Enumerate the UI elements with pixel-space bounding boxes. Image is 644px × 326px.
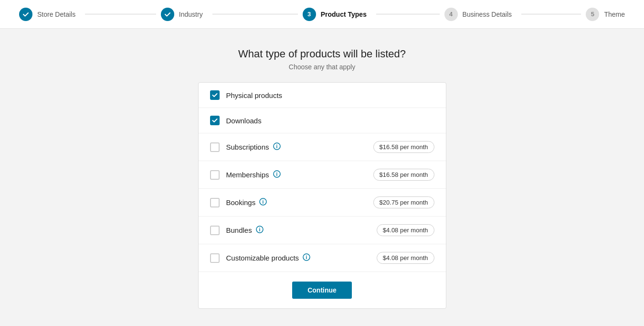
info-icon-bookings[interactable]: i [259,198,267,207]
price-badge-customizable: $4.08 per month [377,252,434,264]
checkbox-bundles[interactable] [210,226,220,235]
svg-text:i: i [276,144,277,149]
product-item-memberships[interactable]: Memberships i $16.58 per month [199,161,446,189]
step-icon-business-details: 4 [444,8,458,21]
product-types-card: Physical products DownloadsSubscriptions… [198,82,446,309]
product-item-bookings[interactable]: Bookings i $20.75 per month [199,189,446,217]
info-icon-memberships[interactable]: i [273,170,281,180]
checkbox-customizable[interactable] [210,253,220,263]
product-item-bundles[interactable]: Bundles i $4.08 per month [199,217,446,244]
info-icon-bundles[interactable]: i [256,226,264,235]
step-label-business-details: Business Details [463,11,512,18]
product-item-physical[interactable]: Physical products [199,83,446,108]
svg-text:i: i [276,172,277,177]
checkbox-downloads[interactable] [210,116,220,125]
step-theme[interactable]: 5Theme [586,8,625,21]
product-list: Physical products DownloadsSubscriptions… [199,83,446,272]
product-label-bookings: Bookings i [226,198,367,207]
product-label-customizable: Customizable products i [226,253,370,263]
stepper: Store Details Industry3Product Types4Bus… [0,0,644,29]
price-badge-bookings: $20.75 per month [373,196,434,208]
page-title: What type of products will be listed? [238,48,406,60]
continue-section: Continue [199,272,446,308]
checkbox-memberships[interactable] [210,170,220,180]
step-business-details[interactable]: 4Business Details [444,8,586,21]
checkbox-physical[interactable] [210,90,220,100]
step-label-theme: Theme [604,11,625,18]
product-label-subscriptions: Subscriptions i [226,142,367,152]
step-icon-product-types: 3 [303,8,316,21]
checkbox-subscriptions[interactable] [210,142,220,152]
continue-button[interactable]: Continue [292,282,352,299]
main-content: What type of products will be listed? Ch… [0,29,644,326]
step-product-types[interactable]: 3Product Types [303,8,444,21]
product-label-physical: Physical products [226,91,434,99]
step-store-details[interactable]: Store Details [19,8,161,21]
product-label-bundles: Bundles i [226,226,370,235]
step-icon-industry [161,8,174,21]
product-label-downloads: Downloads [226,117,434,125]
svg-text:i: i [306,255,307,260]
step-industry[interactable]: Industry [161,8,303,21]
step-label-store-details: Store Details [37,11,75,18]
step-label-industry: Industry [179,11,203,18]
checkbox-bookings[interactable] [210,198,220,207]
price-badge-bundles: $4.08 per month [377,224,434,236]
step-icon-store-details [19,8,32,21]
info-icon-subscriptions[interactable]: i [273,142,281,152]
product-item-subscriptions[interactable]: Subscriptions i $16.58 per month [199,133,446,161]
step-icon-theme: 5 [586,8,599,21]
product-item-customizable[interactable]: Customizable products i $4.08 per month [199,244,446,272]
price-badge-memberships: $16.58 per month [373,169,434,181]
step-label-product-types: Product Types [321,11,367,18]
svg-text:i: i [263,199,264,205]
page-subtitle: Choose any that apply [289,63,355,71]
product-label-memberships: Memberships i [226,170,367,180]
price-badge-subscriptions: $16.58 per month [373,141,434,153]
svg-text:i: i [259,227,260,232]
product-item-downloads[interactable]: Downloads [199,108,446,133]
info-icon-customizable[interactable]: i [303,253,310,263]
